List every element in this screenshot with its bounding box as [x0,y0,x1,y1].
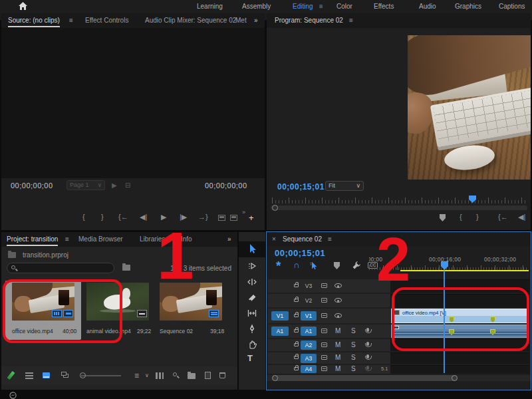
program-scrollbar[interactable] [271,205,527,210]
tab-effect-controls[interactable]: Effect Controls [85,17,128,24]
mute-button[interactable]: M [335,365,340,372]
project-writable-pen-icon[interactable] [7,371,15,380]
sync-lock-icon[interactable] [321,355,327,360]
slip-tool[interactable] [247,308,257,319]
workspace-color[interactable]: Color [336,3,352,10]
project-root-icon[interactable] [8,252,16,258]
timeline-settings-wrench-icon[interactable] [352,261,361,270]
source-panel-menu-icon[interactable]: ≡ [69,17,73,24]
freeform-view-button[interactable] [61,372,66,376]
lock-icon[interactable] [294,299,299,302]
workspace-captions[interactable]: Captions [499,3,525,10]
new-item-button[interactable] [205,372,211,379]
timeline-close-icon[interactable]: × [272,235,276,243]
insert-button[interactable] [218,215,225,221]
type-tool[interactable]: T [247,353,253,363]
toggle-track-output-icon[interactable] [334,298,342,303]
zoom-handle-right[interactable] [452,375,458,381]
ripple-edit-tool[interactable] [247,277,257,287]
hand-tool[interactable] [247,338,257,349]
go-to-in-button[interactable]: {← [118,213,128,221]
timeline-scrollbar-thumb[interactable] [273,375,456,381]
linked-selection-icon[interactable] [309,261,318,270]
razor-tool[interactable] [247,293,257,303]
track-button-a1[interactable]: A1 [301,327,317,336]
icon-view-button[interactable] [43,372,50,378]
workspace-editing[interactable]: Editing [293,3,313,10]
track-button-v3[interactable]: V3 [301,281,317,291]
go-to-out-button[interactable]: →} [198,213,208,221]
lock-icon[interactable] [294,329,299,332]
workspace-editing-menu-icon[interactable]: ≡ [319,3,323,10]
nest-as-sequence-icon[interactable]: * [276,259,281,273]
tab-audio-clip-mixer[interactable]: Audio Clip Mixer: Sequence 02 [145,17,236,24]
sync-lock-icon[interactable] [321,342,327,347]
search-bin-icon[interactable] [122,265,130,271]
project-search-box[interactable] [7,263,114,273]
timeline-scrollbar-track[interactable] [267,375,531,381]
solo-button[interactable]: S [351,327,356,334]
zoom-slider-handle[interactable] [80,372,86,378]
mute-button[interactable]: M [335,327,340,334]
project-breadcrumb[interactable]: transition.prproj [23,251,68,259]
go-to-in-button[interactable]: {← [498,213,508,221]
program-panel-menu-icon[interactable]: ≡ [349,17,353,24]
tab-source[interactable]: Source: (no clips) [8,17,60,27]
track-button-v2[interactable]: V2 [301,296,317,305]
overwrite-button[interactable] [230,215,237,221]
transport-overflow-icon[interactable]: » [242,209,245,215]
source-page-select[interactable]: Page 1 ∨ [66,180,105,190]
track-button-a4[interactable]: A4 [301,365,317,373]
mute-button[interactable]: M [335,341,340,348]
mark-in-button[interactable]: { [460,213,462,221]
workspace-learning[interactable]: Learning [197,3,223,10]
sort-icon[interactable]: ≡ [134,371,139,380]
lock-icon[interactable] [294,284,299,287]
mark-in-button[interactable]: { [82,213,85,221]
sync-lock-icon[interactable] [321,283,327,288]
lock-icon[interactable] [294,356,299,359]
voiceover-record-icon[interactable] [366,328,369,332]
step-back-button[interactable]: ◀| [518,213,525,221]
sort-caret-icon[interactable]: ∨ [145,372,149,378]
program-zoom-select[interactable]: Fit ∨ [325,181,364,191]
workspace-assembly[interactable]: Assembly [242,3,271,10]
zoom-slider-track[interactable] [81,375,121,376]
voiceover-record-icon[interactable] [366,342,369,346]
track-content-a4[interactable] [390,365,529,374]
source-playhead-settings-icon[interactable]: ▶ [112,182,117,189]
snap-magnet-icon[interactable]: ∩ [293,260,299,270]
source-tab-overflow-icon[interactable]: » [254,17,258,24]
zoom-handle-left[interactable] [272,375,278,381]
creative-cloud-sync-icon[interactable] [9,392,17,399]
program-mini-ruler[interactable] [272,196,526,203]
timeline-panel-menu-icon[interactable]: ≡ [328,235,332,243]
track-button-a3[interactable]: A3 [301,354,317,363]
sync-lock-icon[interactable] [321,366,327,371]
project-tab-overflow-icon[interactable]: » [227,235,231,243]
voiceover-record-icon[interactable] [366,354,369,358]
mute-button[interactable]: M [335,354,340,361]
tab-metadata-truncated[interactable]: Met [235,17,247,24]
lock-icon[interactable] [294,314,299,317]
delete-button[interactable] [219,372,225,378]
pen-tool[interactable] [247,323,257,334]
solo-button[interactable]: S [351,354,356,361]
lock-icon[interactable] [294,367,299,370]
sync-lock-icon[interactable] [321,298,327,303]
tab-media-browser[interactable]: Media Browser [78,235,123,243]
source-patch-a1[interactable]: A1 [271,327,289,336]
home-icon[interactable] [19,2,27,10]
mark-out-button[interactable]: } [101,213,104,221]
scrollbar-handle[interactable] [272,205,278,211]
step-back-button[interactable]: ◀| [140,213,147,221]
track-content-a3[interactable] [390,352,529,364]
selection-tool[interactable] [247,243,257,254]
project-panel-menu-icon[interactable]: ≡ [65,235,69,243]
add-marker-icon[interactable] [334,262,340,269]
mark-out-button[interactable]: } [476,213,479,221]
solo-button[interactable]: S [351,341,356,348]
new-bin-button[interactable] [188,373,196,379]
track-button-a2[interactable]: A2 [301,340,317,350]
workspace-effects[interactable]: Effects [374,3,394,10]
